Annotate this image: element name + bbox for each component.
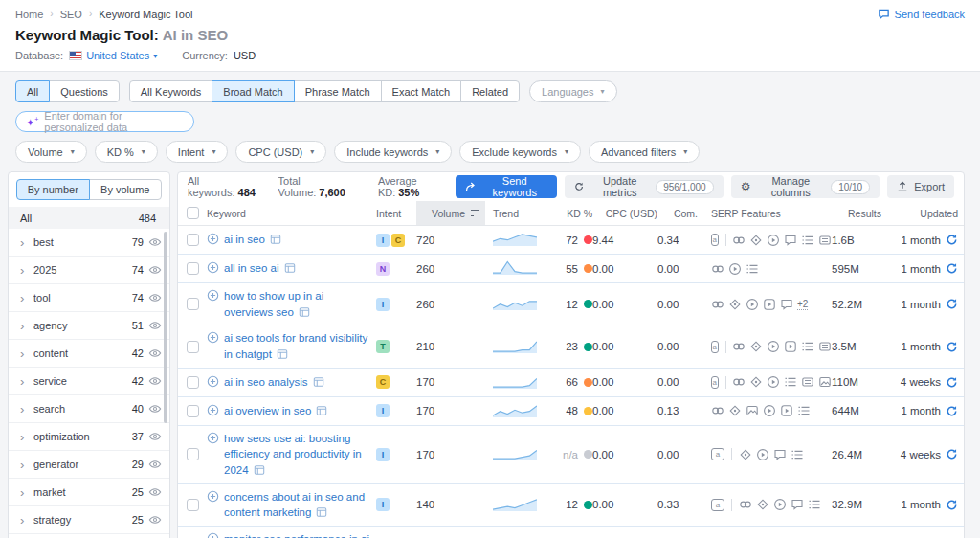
eye-icon[interactable] bbox=[148, 430, 162, 443]
add-keyword-icon[interactable] bbox=[207, 432, 219, 444]
keyword-link[interactable]: how to show up in ai overviews seo bbox=[224, 288, 372, 320]
chevron-right-icon[interactable]: › bbox=[20, 374, 33, 389]
column-header-cpc[interactable]: CPC (USD) bbox=[592, 201, 657, 225]
column-header-serp-features[interactable]: SERP Features bbox=[698, 201, 832, 225]
keyword-link[interactable]: all in seo ai bbox=[224, 260, 296, 277]
keyword-link[interactable]: how seos use ai: boosting efficiency and… bbox=[224, 431, 372, 479]
serp-preview-icon[interactable] bbox=[299, 306, 310, 318]
add-keyword-icon[interactable] bbox=[207, 404, 219, 416]
more-serp-features[interactable]: +2 bbox=[797, 299, 808, 310]
refresh-icon[interactable] bbox=[946, 376, 958, 389]
toggle-by-number[interactable]: By number bbox=[16, 179, 90, 200]
chevron-right-icon[interactable]: › bbox=[20, 235, 33, 250]
group-all-row[interactable]: All 484 bbox=[9, 207, 169, 229]
group-row-top[interactable]: ›top25 bbox=[9, 534, 169, 538]
eye-icon[interactable] bbox=[148, 374, 162, 388]
keyword-link[interactable]: ai in seo analysis bbox=[224, 374, 324, 391]
column-header-results[interactable]: Results bbox=[832, 201, 881, 225]
select-all-checkbox[interactable] bbox=[187, 207, 199, 219]
group-row-search[interactable]: ›search40 bbox=[9, 395, 169, 423]
serp-preview-icon[interactable] bbox=[284, 262, 296, 274]
eye-icon[interactable] bbox=[148, 235, 162, 249]
tab-related[interactable]: Related bbox=[460, 80, 520, 102]
group-row-service[interactable]: ›service42 bbox=[9, 368, 169, 395]
tab-questions[interactable]: Questions bbox=[49, 80, 120, 102]
tab-broad-match[interactable]: Broad Match bbox=[212, 80, 294, 102]
filter-volume[interactable]: Volume▾ bbox=[15, 141, 87, 163]
breadcrumb-seo[interactable]: SEO bbox=[60, 9, 82, 20]
refresh-icon[interactable] bbox=[946, 298, 958, 310]
filter-exclude-keywords[interactable]: Exclude keywords▾ bbox=[459, 141, 581, 163]
column-header-com[interactable]: Com. bbox=[657, 201, 698, 225]
add-keyword-icon[interactable] bbox=[207, 490, 219, 503]
serp-preview-icon[interactable] bbox=[316, 506, 327, 518]
keyword-link[interactable]: ai overview in seo bbox=[224, 403, 327, 419]
send-feedback-link[interactable]: Send feedback bbox=[878, 8, 965, 20]
eye-icon[interactable] bbox=[148, 402, 162, 415]
column-header-updated[interactable]: Updated bbox=[881, 201, 964, 225]
send-keywords-button[interactable]: Send keywords bbox=[456, 175, 557, 198]
tab-exact-match[interactable]: Exact Match bbox=[381, 80, 462, 102]
chevron-right-icon[interactable]: › bbox=[20, 485, 33, 500]
add-keyword-icon[interactable] bbox=[207, 331, 219, 344]
filter-intent[interactable]: Intent▾ bbox=[166, 141, 229, 163]
column-header-kd[interactable]: KD % bbox=[539, 201, 592, 225]
domain-input[interactable]: ✦+ Enter domain for personalized data bbox=[15, 111, 194, 132]
filter-kd-[interactable]: KD %▾ bbox=[95, 141, 158, 163]
row-checkbox[interactable] bbox=[187, 341, 199, 353]
row-checkbox[interactable] bbox=[187, 234, 199, 246]
chevron-right-icon[interactable]: › bbox=[20, 263, 33, 278]
serp-preview-icon[interactable] bbox=[277, 348, 288, 360]
refresh-icon[interactable] bbox=[946, 405, 958, 417]
tab-all[interactable]: All bbox=[15, 80, 50, 102]
group-row-generator[interactable]: ›generator29 bbox=[9, 451, 169, 479]
column-header-volume[interactable]: Volume bbox=[416, 201, 485, 225]
add-keyword-icon[interactable] bbox=[207, 375, 219, 388]
export-button[interactable]: Export bbox=[887, 175, 954, 198]
update-metrics-button[interactable]: Update metrics 956/1,000 bbox=[565, 175, 724, 198]
chevron-right-icon[interactable]: › bbox=[20, 402, 33, 416]
sidebar-scrollbar[interactable] bbox=[164, 232, 167, 423]
add-keyword-icon[interactable] bbox=[207, 289, 219, 302]
chevron-right-icon[interactable]: › bbox=[20, 430, 33, 444]
group-row-best[interactable]: ›best79 bbox=[9, 229, 169, 257]
group-row-strategy[interactable]: ›strategy25 bbox=[9, 506, 169, 534]
chevron-right-icon[interactable]: › bbox=[20, 319, 33, 333]
add-keyword-icon[interactable] bbox=[207, 233, 219, 245]
group-row-content[interactable]: ›content42 bbox=[9, 340, 169, 368]
breadcrumb-home[interactable]: Home bbox=[15, 9, 43, 20]
eye-icon[interactable] bbox=[148, 458, 162, 471]
keyword-link[interactable]: ai seo tools for brand visibility in cha… bbox=[224, 330, 372, 362]
keyword-link[interactable]: monitor seo performance in ai search bbox=[224, 531, 372, 538]
eye-icon[interactable] bbox=[148, 485, 162, 499]
row-checkbox[interactable] bbox=[187, 499, 199, 511]
keyword-link[interactable]: ai in seo bbox=[224, 232, 281, 248]
group-row-market[interactable]: ›market25 bbox=[9, 479, 169, 506]
eye-icon[interactable] bbox=[148, 263, 162, 277]
filter-include-keywords[interactable]: Include keywords▾ bbox=[334, 141, 452, 163]
keyword-link[interactable]: concerns about ai in seo and content mar… bbox=[224, 489, 372, 521]
refresh-icon[interactable] bbox=[946, 341, 958, 353]
database-selector[interactable]: United States ▾ bbox=[69, 50, 157, 61]
filter-advanced-filters[interactable]: Advanced filters▾ bbox=[589, 141, 700, 163]
manage-columns-button[interactable]: ⚙ Manage columns 10/10 bbox=[731, 175, 880, 198]
group-row-optimization[interactable]: ›optimization37 bbox=[9, 423, 169, 451]
row-checkbox[interactable] bbox=[187, 376, 199, 389]
languages-dropdown[interactable]: Languages ▾ bbox=[529, 80, 616, 102]
refresh-icon[interactable] bbox=[946, 448, 958, 460]
tab-phrase-match[interactable]: Phrase Match bbox=[294, 80, 382, 102]
eye-icon[interactable] bbox=[148, 291, 162, 304]
column-header-intent[interactable]: Intent bbox=[376, 201, 416, 225]
refresh-icon[interactable] bbox=[946, 262, 958, 275]
row-checkbox[interactable] bbox=[187, 262, 199, 275]
eye-icon[interactable] bbox=[148, 319, 162, 332]
chevron-right-icon[interactable]: › bbox=[20, 291, 33, 305]
eye-icon[interactable] bbox=[148, 513, 162, 527]
toggle-by-volume[interactable]: By volume bbox=[89, 179, 163, 200]
serp-preview-icon[interactable] bbox=[254, 464, 265, 476]
row-checkbox[interactable] bbox=[187, 448, 199, 460]
chevron-right-icon[interactable]: › bbox=[20, 513, 33, 527]
group-row-agency[interactable]: ›agency51 bbox=[9, 312, 169, 340]
group-row-tool[interactable]: ›tool74 bbox=[9, 284, 169, 312]
serp-preview-icon[interactable] bbox=[316, 405, 327, 416]
